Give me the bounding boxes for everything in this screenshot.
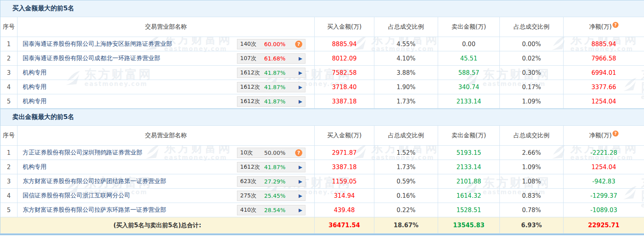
sell-ratio: 0.30%	[500, 66, 564, 80]
row-seq: 2	[7, 164, 11, 171]
history-badge[interactable]: 1612次 41.87% ▶	[237, 68, 305, 78]
badge-percent: 41.87%	[262, 98, 288, 105]
table-row: 4 机构专用 1612次 41.87% ▶ 3718.40 1.90% 340.…	[0, 80, 644, 94]
buy-ratio: 0.59%	[374, 174, 438, 189]
history-badge[interactable]: 140次 60.00% ?	[237, 39, 305, 49]
help-icon[interactable]: ?	[613, 22, 619, 28]
badge-count: 1612次	[237, 164, 262, 171]
sell-amount: 340.74	[438, 80, 500, 94]
history-badge[interactable]: 1612次 41.87% ▶	[237, 96, 305, 107]
buy-amount: 1159.05	[315, 174, 374, 189]
help-icon[interactable]: ?	[295, 149, 302, 156]
buy-ratio: 3.88%	[374, 66, 438, 80]
col-header-net-label: 净额(万)	[589, 132, 612, 139]
table-row: 1 国泰海通证券股份有限公司上海静安区新闸路证券营业部 140次 60.00% …	[0, 37, 644, 51]
row-seq: 3	[7, 69, 11, 76]
buy-amount: 3387.18	[315, 160, 374, 174]
dept-name-cell: 机构专用 1612次 41.87% ▶	[18, 80, 315, 94]
expand-arrow-icon[interactable]: ▶	[299, 208, 302, 213]
help-icon[interactable]: ?	[295, 41, 302, 48]
buy-section-title: 买入金额最大的前5名	[12, 4, 74, 13]
badge-percent: 41.87%	[262, 84, 288, 90]
sell-amount: 2133.14	[438, 160, 500, 174]
buy-ratio: 4.55%	[374, 37, 438, 51]
badge-percent: 41.87%	[262, 70, 288, 76]
table-row: 3 机构专用 1612次 41.87% ▶ 7582.58 3.88% 588.…	[0, 66, 644, 80]
table-row: 2 国泰海通证券股份有限公司成都北一环路证券营业部 107次 61.68% ▶ …	[0, 51, 644, 66]
buy-amount: 439.48	[315, 203, 374, 217]
history-badge[interactable]: 623次 27.29% ▶	[237, 176, 305, 187]
dept-link[interactable]: 国泰海通证券股份有限公司成都北一环路证券营业部	[23, 55, 160, 62]
sell-ratio: 0.83%	[500, 189, 564, 203]
history-badge[interactable]: 410次 28.54% ▶	[237, 205, 305, 215]
table-row: 5 机构专用 1612次 41.87% ▶ 3387.18 1.73% 2133…	[0, 94, 644, 109]
sell-ratio: 0.00%	[500, 37, 564, 51]
dept-link[interactable]: 东方财富证券股份有限公司拉萨团结路第一证券营业部	[23, 177, 166, 185]
badge-percent: 50.00%	[262, 150, 288, 156]
dept-link: 机构专用	[23, 69, 47, 76]
col-header-buy-ratio: 占总成交比例	[374, 17, 438, 37]
dept-name-cell: 东方财富证券股份有限公司拉萨团结路第一证券营业部 623次 27.29% ▶	[18, 174, 315, 189]
table-row: 3 东方财富证券股份有限公司拉萨团结路第一证券营业部 623次 27.29% ▶…	[0, 174, 644, 189]
col-header-seq: 序号	[0, 126, 18, 146]
col-header-buy-ratio: 占总成交比例	[374, 126, 438, 146]
buy-ratio: 1.52%	[374, 146, 438, 160]
history-badge[interactable]: 275次 25.45% ▶	[237, 191, 305, 201]
history-badge[interactable]: 107次 61.68% ▶	[237, 53, 305, 64]
net-amount: -1089.03	[564, 203, 644, 217]
sell-amount: 2133.14	[438, 94, 500, 109]
expand-arrow-icon[interactable]: ▶	[299, 70, 302, 75]
col-header-name: 交易营业部名称	[18, 126, 315, 146]
dept-name-cell: 机构专用 1612次 41.87% ▶	[18, 160, 315, 174]
dept-link[interactable]: 国泰海通证券股份有限公司上海静安区新闸路证券营业部	[23, 40, 172, 48]
sell-amount: 5193.15	[438, 146, 500, 160]
history-badge[interactable]: 10次 50.00% ?	[237, 148, 305, 158]
net-amount: 1254.04	[564, 94, 644, 109]
badge-percent: 61.68%	[262, 55, 288, 62]
expand-arrow-icon[interactable]: ▶	[299, 193, 302, 198]
dept-name-cell: 国泰海通证券股份有限公司上海静安区新闸路证券营业部 140次 60.00% ?	[18, 37, 315, 51]
dept-name-cell: 国信证券股份有限公司浙江互联网分公司 275次 25.45% ▶	[18, 189, 315, 203]
history-badge[interactable]: 1612次 41.87% ▶	[237, 82, 305, 92]
sell-ratio: 0.78%	[500, 203, 564, 217]
net-amount: -2221.28	[564, 146, 644, 160]
sell-amount: 588.57	[438, 66, 500, 80]
dept-link[interactable]: 国信证券股份有限公司浙江互联网分公司	[23, 192, 130, 199]
dept-name-cell: 方正证券股份有限公司深圳翔鸽路证券营业部 10次 50.00% ?	[18, 146, 315, 160]
sell-amount: 2101.88	[438, 174, 500, 189]
sell-section-header: 卖出金额最大的前5名	[0, 109, 644, 126]
col-header-name: 交易营业部名称	[18, 17, 315, 37]
dept-link[interactable]: 东方财富证券股份有限公司拉萨东环路第一证券营业部	[23, 206, 166, 214]
net-amount: 7966.58	[564, 51, 644, 66]
dept-link[interactable]: 方正证券股份有限公司深圳翔鸽路证券营业部	[23, 149, 142, 156]
sell-ratio: 2.66%	[500, 146, 564, 160]
expand-arrow-icon[interactable]: ▶	[299, 99, 302, 104]
sell-section-title: 卖出金额最大的前5名	[12, 113, 74, 121]
help-icon[interactable]: ?	[613, 131, 619, 137]
row-seq: 5	[7, 98, 11, 105]
history-badge[interactable]: 1612次 41.87% ▶	[237, 162, 305, 172]
expand-arrow-icon[interactable]: ▶	[299, 85, 302, 90]
sell-ratio: 0.17%	[500, 80, 564, 94]
table-row: 2 机构专用 1612次 41.87% ▶ 3387.18 1.73% 2133…	[0, 160, 644, 174]
totals-sell: 13545.83	[438, 217, 500, 234]
col-header-seq: 序号	[0, 17, 18, 37]
badge-count: 107次	[237, 55, 262, 62]
col-header-sell-ratio: 占总成交比例	[500, 126, 564, 146]
totals-row: (买入前5名与卖出前5名)总合计: 36471.54 18.67% 13545.…	[0, 217, 644, 234]
expand-arrow-icon[interactable]: ▶	[299, 179, 302, 184]
col-header-buy: 买入金额(万)	[315, 17, 374, 37]
buy-amount: 314.94	[315, 189, 374, 203]
row-seq: 4	[7, 84, 11, 91]
sell-amount: 0.00	[438, 37, 500, 51]
buy-amount: 3387.18	[315, 94, 374, 109]
expand-arrow-icon[interactable]: ▶	[299, 165, 302, 170]
buy-amount: 8012.09	[315, 51, 374, 66]
dept-name-cell: 机构专用 1612次 41.87% ▶	[18, 66, 315, 80]
table-row: 1 方正证券股份有限公司深圳翔鸽路证券营业部 10次 50.00% ? 2971…	[0, 146, 644, 160]
sell-ratio: 1.09%	[500, 94, 564, 109]
expand-arrow-icon[interactable]: ▶	[299, 56, 302, 61]
sell-ratio: 1.09%	[500, 160, 564, 174]
sell-top5-table: 卖出金额最大的前5名 序号 交易营业部名称 买入金额(万) 占总成交比例 卖出金…	[0, 109, 644, 235]
sell-ratio: 1.08%	[500, 174, 564, 189]
